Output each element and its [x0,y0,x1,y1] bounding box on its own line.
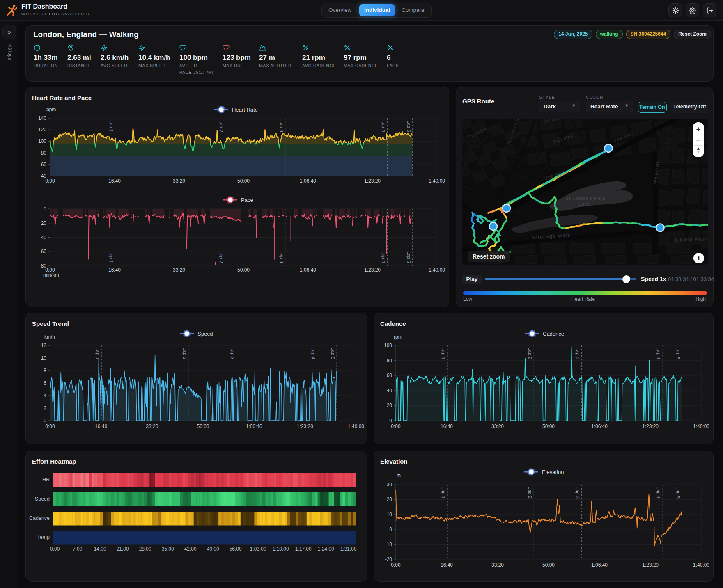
svg-text:Lap 2: Lap 2 [528,348,532,359]
svg-text:10: 10 [387,512,392,517]
svg-text:21:00: 21:00 [117,546,129,552]
svg-text:1:23:20: 1:23:20 [642,562,659,568]
svg-text:0: 0 [44,206,46,212]
svg-text:0:00: 0:00 [45,423,55,429]
svg-text:Lake: Lake [578,201,590,206]
svg-text:8: 8 [44,368,46,373]
svg-text:0:00: 0:00 [391,562,401,568]
svg-text:1:17:00: 1:17:00 [295,546,312,552]
svg-text:16:40: 16:40 [441,562,453,568]
svg-text:28:00: 28:00 [139,546,151,552]
svg-text:12: 12 [41,343,47,348]
svg-text:Lap 4: Lap 4 [656,348,661,359]
svg-text:1:03:00: 1:03:00 [250,546,266,552]
svg-text:rpm: rpm [394,334,402,340]
svg-text:min/km: min/km [43,272,59,278]
svg-text:40: 40 [41,235,47,240]
svg-text:35:00: 35:00 [162,546,174,552]
svg-text:Lap 3: Lap 3 [279,251,284,263]
svg-text:50:00: 50:00 [542,562,555,568]
svg-text:0:00: 0:00 [50,546,60,552]
svg-text:-10: -10 [385,542,392,547]
svg-text:49:00: 49:00 [207,546,219,552]
svg-text:Lap 4: Lap 4 [656,487,661,499]
svg-text:Lap 5: Lap 5 [676,348,681,359]
svg-text:7:00: 7:00 [73,546,83,552]
svg-text:33:20: 33:20 [491,562,504,568]
svg-text:1:40:00: 1:40:00 [693,562,709,568]
svg-text:St James's Park: St James's Park [565,196,606,201]
svg-text:33:20: 33:20 [146,423,158,429]
svg-text:km/h: km/h [44,334,55,340]
svg-text:1:23:20: 1:23:20 [642,423,659,429]
svg-text:Lap 5: Lap 5 [406,251,411,263]
svg-text:20: 20 [41,220,47,226]
svg-text:1:24:00: 1:24:00 [318,546,334,552]
svg-text:50:00: 50:00 [197,423,209,429]
svg-text:Lap 5: Lap 5 [331,348,335,359]
svg-text:Lap 2: Lap 2 [219,251,224,263]
svg-text:0: 0 [44,418,46,423]
svg-text:20: 20 [387,403,392,408]
svg-text:1:10:00: 1:10:00 [273,546,289,552]
svg-text:m: m [397,473,401,478]
svg-text:Lap 1: Lap 1 [441,348,446,359]
svg-text:Lap 3: Lap 3 [230,348,235,359]
svg-text:Lap 4: Lap 4 [381,251,386,263]
svg-text:-20: -20 [385,556,392,562]
svg-text:60: 60 [41,249,47,254]
svg-text:0:00: 0:00 [391,423,401,429]
svg-text:33:20: 33:20 [491,423,504,429]
svg-text:10: 10 [41,355,47,361]
svg-text:6: 6 [44,380,46,386]
svg-text:100: 100 [384,343,392,348]
svg-text:33:20: 33:20 [173,267,185,273]
svg-text:1:06:40: 1:06:40 [300,267,316,273]
svg-text:16:40: 16:40 [108,267,121,273]
svg-text:50:00: 50:00 [542,423,555,429]
svg-text:4: 4 [44,393,46,398]
svg-text:1:06:40: 1:06:40 [591,562,608,568]
svg-text:1:31:00: 1:31:00 [340,546,357,552]
svg-text:Lap 1: Lap 1 [441,487,446,499]
svg-text:16:40: 16:40 [441,423,453,429]
svg-text:Lap 3: Lap 3 [575,348,580,359]
svg-text:Lap 3: Lap 3 [575,487,580,499]
svg-text:1:06:40: 1:06:40 [246,423,262,429]
svg-text:60: 60 [387,373,392,378]
svg-text:Lap 1: Lap 1 [109,251,114,263]
svg-text:Lap 5: Lap 5 [676,487,681,499]
svg-text:56:00: 56:00 [230,546,242,552]
svg-text:1:40:00: 1:40:00 [693,423,709,429]
svg-text:16:40: 16:40 [95,423,107,429]
svg-text:Lap 4: Lap 4 [311,348,316,359]
svg-text:80: 80 [387,358,392,364]
svg-text:14:00: 14:00 [94,546,106,552]
svg-text:40: 40 [387,388,392,394]
svg-text:1:40:00: 1:40:00 [348,423,364,429]
svg-text:30: 30 [387,482,392,487]
svg-text:1:40:00: 1:40:00 [429,267,445,273]
svg-text:2: 2 [44,405,46,411]
svg-text:1:06:40: 1:06:40 [591,423,608,429]
svg-text:Lap 2: Lap 2 [528,487,532,499]
svg-text:Lap 1: Lap 1 [95,348,100,359]
svg-text:Lap 2: Lap 2 [182,348,187,359]
svg-text:42:00: 42:00 [184,546,197,552]
svg-text:0: 0 [389,418,392,423]
svg-text:Jubilee Founta: Jubilee Founta [674,236,708,243]
svg-text:20: 20 [387,496,392,502]
svg-text:1:23:20: 1:23:20 [364,267,381,273]
svg-text:0: 0 [389,526,392,532]
svg-text:1:23:20: 1:23:20 [297,423,313,429]
svg-text:50:00: 50:00 [237,267,250,273]
